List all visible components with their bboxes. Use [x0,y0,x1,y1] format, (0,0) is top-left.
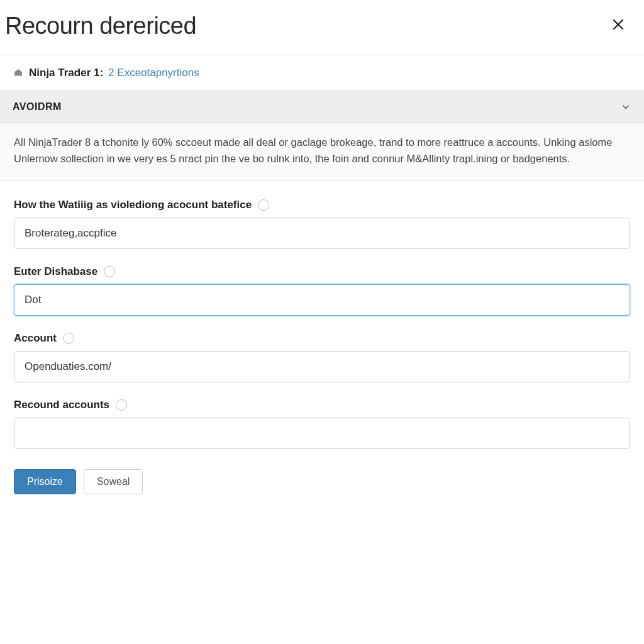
secondary-button[interactable]: Soweal [84,469,143,494]
form-group-1: How the Watiiig as violediong acocunt ba… [14,199,630,249]
modal-header: Recourn derericed [0,0,644,55]
section-header-title: AVOIDRM [13,101,62,113]
button-row: Prisoize Soweal [0,465,644,507]
form-group-3: Account [14,332,630,382]
close-button[interactable] [608,14,629,38]
field2-radio[interactable] [104,266,115,277]
breadcrumb-link[interactable]: 2 Exceotapnyrtions [108,67,199,79]
section-body: All NinjaTrader 8 a tchonite ly 60% scco… [0,123,644,181]
field4-input[interactable] [14,418,630,449]
close-icon [610,17,626,36]
field2-label: Euter Dishabase [14,265,97,278]
primary-button[interactable]: Prisoize [14,469,76,494]
field3-label: Account [14,332,57,345]
form-label-row-2: Euter Dishabase [14,265,630,278]
section-header[interactable]: AVOIDRM [0,91,644,123]
modal-title: Recourn derericed [5,13,196,40]
form-area: How the Watiiig as violediong acocunt ba… [0,181,644,465]
chevron-down-icon [620,101,631,113]
form-label-row-3: Account [14,332,630,345]
app-icon [13,67,24,79]
field4-radio[interactable] [116,399,127,411]
field3-radio[interactable] [63,333,74,344]
form-group-2: Euter Dishabase [14,265,630,316]
form-label-row-4: Recound accounts [14,399,630,411]
field3-input[interactable] [14,351,630,382]
field2-input[interactable] [14,284,630,316]
form-group-4: Recound accounts [14,399,630,449]
field4-label: Recound accounts [14,399,109,411]
field1-radio[interactable] [258,199,269,211]
field1-input[interactable] [14,218,630,249]
form-label-row-1: How the Watiiig as violediong acocunt ba… [14,199,630,211]
breadcrumb-text: Ninja Trader 1: [29,67,103,79]
modal-container: Recourn derericed Ninja Trader 1: 2 Exce… [0,0,644,644]
field1-label: How the Watiiig as violediong acocunt ba… [14,199,252,211]
breadcrumb: Ninja Trader 1: 2 Exceotapnyrtions [0,55,644,91]
